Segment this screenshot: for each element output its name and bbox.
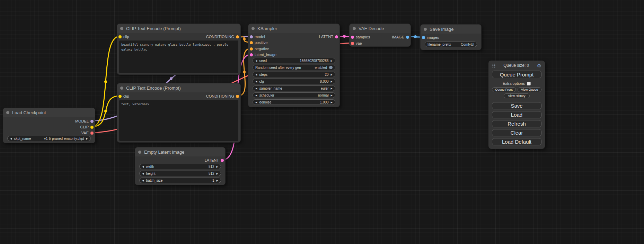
decrement-arrow-icon[interactable]: ◀: [255, 101, 257, 103]
slot-dot-latent[interactable]: [351, 36, 354, 39]
prompt-textarea[interactable]: text, watermark: [119, 100, 238, 141]
output-slot-model[interactable]: MODEL: [75, 118, 94, 124]
widget-width[interactable]: ◀ width 512 ▶: [139, 164, 221, 169]
slot-dot-conditioning[interactable]: [250, 41, 253, 44]
node-title-bar[interactable]: KSampler: [248, 24, 339, 33]
decrement-arrow-icon[interactable]: ◀: [10, 137, 12, 140]
increment-arrow-icon[interactable]: ▶: [331, 60, 333, 62]
slot-dot-model[interactable]: [90, 120, 94, 123]
increment-arrow-icon[interactable]: ▶: [217, 179, 218, 182]
input-slot-clip[interactable]: clip: [118, 93, 129, 99]
output-slot-conditioning[interactable]: CONDITIONING: [206, 93, 239, 99]
slot-dot-latent[interactable]: [221, 159, 224, 162]
input-slot-model[interactable]: model: [250, 34, 265, 39]
slot-dot-clip[interactable]: [90, 126, 94, 129]
collapse-toggle-icon[interactable]: [6, 111, 9, 114]
node-clip-text-encode-positive[interactable]: CLIP Text Encode (Prompt) clip CONDITION…: [117, 24, 241, 75]
collapse-toggle-icon[interactable]: [353, 27, 356, 30]
increment-arrow-icon[interactable]: ▶: [331, 87, 333, 90]
node-vae-decode[interactable]: VAE Decode samples vae IMAGE: [349, 24, 411, 47]
input-slot-latent-image[interactable]: latent_image: [250, 52, 276, 57]
slot-dot-latent[interactable]: [335, 35, 338, 38]
input-slot-negative[interactable]: negative: [250, 46, 269, 52]
collapse-toggle-icon[interactable]: [120, 87, 123, 90]
view-history-button[interactable]: View History: [504, 93, 530, 98]
increment-arrow-icon[interactable]: ▶: [217, 165, 218, 168]
node-title-bar[interactable]: Empty Latent Image: [135, 147, 225, 156]
widget-cfg[interactable]: ◀ cfg 8.000 ▶: [253, 79, 335, 84]
widget-batch-size[interactable]: ◀ batch_size 1 ▶: [139, 178, 221, 183]
widget-sampler-name[interactable]: ◀ sampler_name euler ▶: [253, 85, 335, 91]
node-ksampler[interactable]: KSampler model positive negative latent_…: [248, 24, 340, 107]
decrement-arrow-icon[interactable]: ◀: [142, 165, 144, 168]
input-slot-samples[interactable]: samples: [351, 34, 370, 40]
slot-dot-image[interactable]: [422, 36, 425, 39]
node-title-bar[interactable]: Load Checkpoint: [3, 108, 95, 117]
decrement-arrow-icon[interactable]: ◀: [255, 94, 257, 97]
output-slot-latent[interactable]: LATENT: [319, 34, 338, 39]
widget-scheduler[interactable]: ◀ scheduler normal ▶: [253, 92, 335, 98]
increment-arrow-icon[interactable]: ▶: [331, 94, 333, 97]
increment-arrow-icon[interactable]: ▶: [86, 137, 88, 140]
slot-dot-clip[interactable]: [118, 35, 122, 38]
output-slot-latent[interactable]: LATENT: [205, 157, 224, 163]
output-slot-conditioning[interactable]: CONDITIONING: [206, 34, 239, 39]
slot-dot-image[interactable]: [406, 36, 409, 39]
decrement-arrow-icon[interactable]: ◀: [255, 60, 257, 62]
decrement-arrow-icon[interactable]: ◀: [255, 87, 257, 90]
slot-dot-conditioning[interactable]: [236, 95, 239, 98]
widget-random-seed[interactable]: Random seed after every gen enabled: [253, 65, 335, 70]
widget-steps[interactable]: ◀ steps 20 ▶: [253, 72, 335, 77]
slot-dot-vae[interactable]: [351, 42, 354, 45]
slot-dot-vae[interactable]: [90, 132, 94, 135]
increment-arrow-icon[interactable]: ▶: [331, 80, 333, 83]
graph-canvas[interactable]: Load Checkpoint MODEL CLIP VAE ◀ ckpt_na…: [0, 0, 644, 244]
load-button[interactable]: Load: [492, 111, 541, 118]
widget-filename-prefix[interactable]: filename_prefix ComfyUI: [425, 42, 477, 47]
node-title-bar[interactable]: CLIP Text Encode (Prompt): [117, 24, 240, 33]
node-title-bar[interactable]: Save Image: [421, 25, 481, 34]
clear-button[interactable]: Clear: [492, 129, 541, 136]
input-slot-vae[interactable]: vae: [351, 40, 362, 46]
extra-options-checkbox[interactable]: [527, 82, 531, 85]
decrement-arrow-icon[interactable]: ◀: [255, 73, 257, 76]
collapse-toggle-icon[interactable]: [138, 151, 141, 154]
node-clip-text-encode-negative[interactable]: CLIP Text Encode (Prompt) clip CONDITION…: [117, 83, 241, 143]
view-queue-button[interactable]: View Queue: [518, 87, 541, 92]
queue-front-button[interactable]: Queue Front: [492, 87, 516, 92]
collapse-toggle-icon[interactable]: [424, 28, 427, 31]
slot-dot-conditioning[interactable]: [236, 35, 239, 38]
widget-height[interactable]: ◀ height 512 ▶: [139, 171, 221, 176]
collapse-toggle-icon[interactable]: [252, 27, 255, 30]
queue-prompt-button[interactable]: Queue Prompt: [492, 71, 541, 78]
save-button[interactable]: Save: [492, 102, 541, 109]
increment-arrow-icon[interactable]: ▶: [331, 101, 333, 103]
collapse-toggle-icon[interactable]: [120, 27, 123, 30]
node-load-checkpoint[interactable]: Load Checkpoint MODEL CLIP VAE ◀ ckpt_na…: [3, 108, 95, 143]
output-slot-image[interactable]: IMAGE: [392, 34, 409, 40]
slot-dot-clip[interactable]: [118, 95, 122, 98]
prompt-textarea[interactable]: beautiful scenery nature glass bottle la…: [119, 40, 238, 73]
node-title-bar[interactable]: CLIP Text Encode (Prompt): [117, 83, 240, 92]
widget-denoise[interactable]: ◀ denoise 1.000 ▶: [253, 99, 335, 105]
output-slot-clip[interactable]: CLIP: [80, 124, 94, 130]
node-empty-latent-image[interactable]: Empty Latent Image LATENT ◀ width 512 ▶ …: [135, 147, 226, 185]
toggle-knob[interactable]: [329, 66, 333, 69]
decrement-arrow-icon[interactable]: ◀: [255, 80, 257, 83]
slot-dot-model[interactable]: [250, 35, 253, 38]
decrement-arrow-icon[interactable]: ◀: [142, 179, 144, 182]
increment-arrow-icon[interactable]: ▶: [331, 73, 333, 76]
input-slot-clip[interactable]: clip: [118, 34, 129, 39]
increment-arrow-icon[interactable]: ▶: [217, 172, 218, 175]
input-slot-positive[interactable]: positive: [250, 40, 267, 45]
slot-dot-conditioning[interactable]: [250, 47, 253, 51]
output-slot-vae[interactable]: VAE: [81, 130, 94, 136]
input-slot-images[interactable]: images: [422, 35, 439, 40]
slot-dot-latent[interactable]: [250, 53, 253, 56]
widget-seed[interactable]: ◀ seed 156680208700286 ▶: [253, 58, 335, 63]
widget-ckpt-name[interactable]: ◀ ckpt_name v1-5-pruned-emaonly.ckpt ▶: [7, 136, 91, 141]
drag-handle-icon[interactable]: [492, 63, 496, 68]
refresh-button[interactable]: Refresh: [492, 120, 541, 127]
settings-gear-icon[interactable]: ⚙: [537, 63, 541, 68]
node-title-bar[interactable]: VAE Decode: [350, 24, 411, 33]
